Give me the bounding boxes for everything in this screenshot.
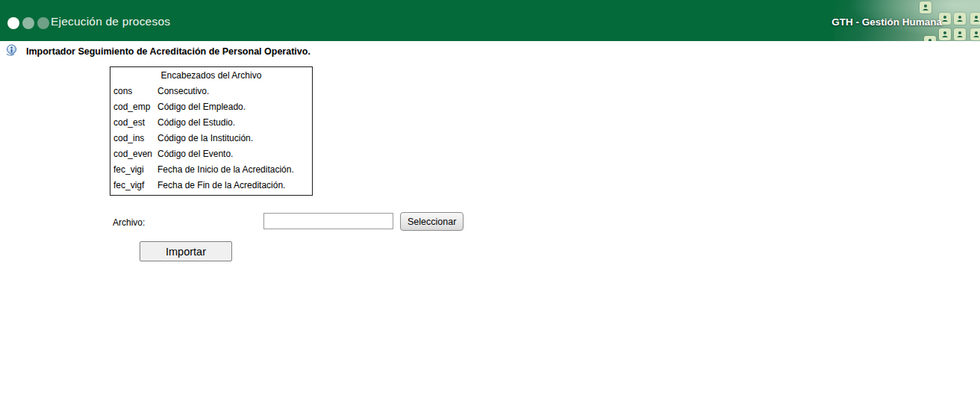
header-desc: Fecha de Fin de la Acreditación. [157,178,309,193]
header-desc: Código del Empleado. [157,99,309,115]
page-title: Importador Seguimiento de Acreditación d… [26,46,310,57]
file-path-input[interactable] [263,213,393,229]
table-row: cod_ins Código de la Institución. [113,131,309,146]
header-desc: Fecha de Inicio de la Acreditación. [157,162,309,178]
brand-label: GTH - Gestión Humana [831,16,942,28]
person-tile-icon [970,28,980,40]
person-tile-icon [924,36,936,41]
table-row: fec_vigi Fecha de Inicio de la Acreditac… [113,162,309,178]
header-code: cod_even [113,146,157,162]
header-desc: Código del Evento. [157,146,309,162]
header-code: cons [113,84,157,99]
header-code: cod_est [113,115,157,131]
file-headers-title: Encabezados del Archivo [113,68,309,84]
table-row: cod_est Código del Estudio. [113,115,309,131]
header-desc: Código del Estudio. [157,115,309,131]
person-tile-icon [939,28,951,40]
header-code: fec_vigi [113,162,157,178]
person-tile-icon [970,13,980,25]
import-button[interactable]: Importar [140,241,232,261]
dot-icon-light-green [22,17,34,29]
header-code: cod_ins [113,131,157,146]
dot-icon-white [7,17,19,29]
header-desc: Consecutivo. [157,84,309,99]
table-row: cod_even Código del Evento. [113,146,309,162]
table-row: fec_vigf Fecha de Fin de la Acreditación… [113,178,309,193]
info-icon[interactable] [5,44,18,57]
person-tile-icon [920,1,931,13]
file-headers-table: Encabezados del Archivo cons Consecutivo… [110,66,313,196]
table-row: cons Consecutivo. [113,84,309,99]
header-code: fec_vigf [113,178,157,193]
table-row: cod_emp Código del Empleado. [113,99,309,115]
header-bar: Ejecución de procesos GTH - Gestión Huma… [0,0,980,41]
file-label: Archivo: [113,217,145,228]
header-code: cod_emp [113,99,157,115]
person-tile-icon [954,13,966,25]
header-desc: Código de la Institución. [157,131,309,146]
dot-icon-muted-green [37,17,49,29]
app-title: Ejecución de procesos [51,15,170,28]
window-dots [7,17,49,29]
select-file-button[interactable]: Seleccionar [400,212,464,231]
person-tile-icon [954,28,966,40]
